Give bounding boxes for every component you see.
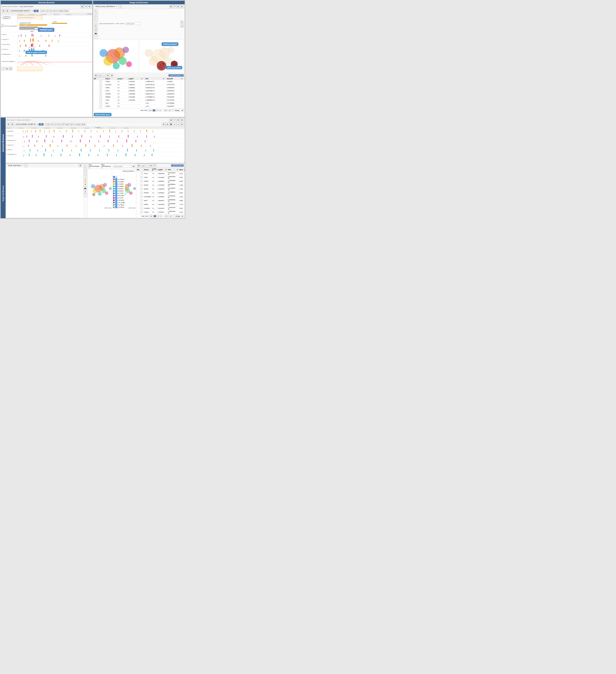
bottom-nav-m1[interactable]: -1: [54, 123, 57, 125]
pointer-icon[interactable]: ↖: [94, 9, 97, 13]
bottom-sc-settings[interactable]: ⚙: [79, 164, 82, 167]
b-page-first[interactable]: ⊢◄: [148, 215, 153, 217]
b-page-171[interactable]: 171: [164, 215, 169, 217]
camera-icon[interactable]: 📷: [94, 31, 97, 35]
cluster-c2-check[interactable]: [115, 181, 117, 183]
table-icon3[interactable]: ↕: [102, 74, 105, 77]
settings-icon[interactable]: ⚙: [88, 5, 91, 8]
cluster-c5-check[interactable]: [115, 188, 117, 190]
zoom-out-icon[interactable]: −: [94, 20, 97, 24]
bottom-go-arrow[interactable]: ►: [132, 164, 135, 168]
bottom-tbl-icon3[interactable]: ↕: [145, 164, 148, 167]
bottom-grid-icon[interactable]: ⊞: [169, 118, 173, 122]
sc-bar-icon[interactable]: 📊: [180, 24, 184, 27]
bottom-settings-icon[interactable]: ⚙: [177, 118, 180, 122]
page-last[interactable]: ►⊣: [168, 109, 173, 111]
compare-button[interactable]: scMultiCompare ∨: [169, 74, 184, 77]
table-row[interactable]: NLRP3 C1 1.6390045 1.3134867e-28 1.165: [136, 187, 185, 191]
table-row[interactable]: MIR938 C1 1.5531828 4.7345998e-21 0.9544…: [93, 95, 185, 99]
pan-icon[interactable]: ✋: [94, 24, 97, 27]
sc-grid-icon[interactable]: ⊞: [169, 5, 173, 8]
bottom-sc-dots[interactable]: ⋯: [84, 194, 87, 197]
add-tab-icon[interactable]: +: [118, 5, 122, 8]
table-icon2[interactable]: 📊: [98, 74, 101, 77]
menu2-icon[interactable]: ☰: [9, 67, 12, 71]
bottom-close-coord[interactable]: ✕: [37, 123, 38, 125]
nav-end[interactable]: ►⊣: [53, 10, 58, 12]
cluster-c10-check[interactable]: [115, 199, 117, 201]
bottom-sc-hand[interactable]: ✋: [84, 179, 87, 182]
bottom-nav-m2[interactable]: -2: [50, 123, 53, 125]
bottom-redo-icon[interactable]: ↪: [177, 123, 180, 126]
bottom-nav-start[interactable]: ⊢◄: [45, 123, 50, 125]
bottom-compare-btn[interactable]: scMultiCompare: [171, 164, 184, 166]
per-page-select[interactable]: 20/page 50/page 100/page: [173, 109, 184, 112]
sc-tab-close[interactable]: ✕: [115, 6, 117, 7]
zoom-in-icon[interactable]: +: [94, 17, 97, 20]
bottom-nav-zout[interactable]: ◄◄|: [75, 123, 81, 125]
table-row[interactable]: KYNU C1 1.5825202 1.3657289e-21 0.589738…: [93, 89, 185, 92]
bottom-nav-ff[interactable]: ►►: [65, 123, 70, 125]
sc-search-input[interactable]: [125, 22, 140, 25]
bottom-eye-icon[interactable]: 👁: [7, 123, 10, 126]
nav-zoomout[interactable]: ◄◄|: [58, 10, 64, 12]
table-row[interactable]: SPIDR C1 1.3787886 6.6829964e-29 1.394: [136, 183, 185, 187]
b-page-last[interactable]: ►⊣: [169, 215, 174, 217]
cluster-c11-check[interactable]: [115, 202, 117, 204]
table-icon5[interactable]: ⊕: [110, 74, 113, 77]
table-icon4[interactable]: ⇄: [106, 74, 109, 77]
table-row[interactable]: VSTM1 C1 -e-19 0.42066797: [93, 105, 185, 108]
bottom-menu-icon[interactable]: ☰: [180, 118, 184, 122]
refresh-icon[interactable]: ↺: [94, 28, 97, 31]
cluster-all-check[interactable]: [113, 176, 115, 178]
table-row[interactable]: RAB31 C1 1.4947938 5.9653865e-26 1.143: [136, 203, 185, 207]
menu-icon[interactable]: ☰: [6, 9, 9, 12]
cluster-c9-check[interactable]: [115, 197, 117, 199]
page-first[interactable]: ⊢◄: [148, 109, 152, 111]
bottom-sc-pointer[interactable]: ↖: [84, 164, 87, 167]
table-row[interactable]: THADA C1 1.3351827 2.7895154e-23 1.034: [136, 210, 185, 214]
table-row[interactable]: THADA C1 1.2351027 2.789514e-23 1.024007: [93, 80, 185, 83]
bottom-sc-refresh[interactable]: ↺: [84, 183, 87, 186]
table-row[interactable]: PPARG C1 1.5454581 1.3134867e-27 0.691: [136, 191, 185, 195]
bottom-tbl-icon1[interactable]: ⊞: [137, 164, 140, 167]
bottom-nav-p1[interactable]: +1: [57, 123, 61, 125]
cluster-c8-check[interactable]: [115, 195, 117, 197]
bottom-tbl-icon2[interactable]: 📊: [141, 164, 144, 167]
dots-icon[interactable]: ⋯: [94, 35, 97, 38]
bottom-img-icon[interactable]: 🖼: [169, 123, 173, 126]
bottom-coord-input[interactable]: [15, 123, 36, 126]
b-per-page-select[interactable]: 20/page 50/page: [174, 215, 184, 218]
table-row[interactable]: SLC24A4 C1 1.2883121 6.4375218e-23 0.797…: [93, 83, 185, 86]
bottom-tbl-icon4[interactable]: ⊕: [149, 164, 152, 167]
page-3[interactable]: 3: [159, 109, 162, 111]
coord-input[interactable]: [10, 10, 31, 12]
bottom-go-btn[interactable]: GO: [38, 123, 43, 125]
sc-shield-icon[interactable]: 🛡: [173, 5, 176, 8]
bottom-sc-box-sel[interactable]: ⬚: [84, 168, 87, 171]
nav-zoomin[interactable]: |►►: [64, 10, 69, 12]
nav-plus1[interactable]: +1: [49, 10, 53, 12]
table-row[interactable]: NCF2 C1 1.6826672 5.9653865e-26 0.968: [136, 199, 185, 203]
shield-icon[interactable]: 🛡: [84, 5, 88, 8]
bottom-layout-icon[interactable]: ⊟: [166, 123, 169, 126]
page-1[interactable]: 1: [152, 109, 155, 111]
bottom-nav-p2[interactable]: +2: [61, 123, 65, 125]
table-row[interactable]: C15orf54 C1 2.2541341 7.2497613e-25 0.53…: [136, 207, 185, 210]
bottom-table-scroll[interactable]: MR feature group ▾ Log2FC F FDR F Mean: [136, 168, 185, 214]
add-track-icon[interactable]: +: [1, 67, 5, 71]
table-row[interactable]: STRPA C1 1.3900931 7.4683566e-30 0.895: [136, 180, 185, 183]
sc-info-icon[interactable]: ℹ: [180, 20, 184, 24]
table-row[interactable]: VCAN C1 1.8892455 3.4518419e-32 0.791: [136, 172, 185, 176]
bottom-sc-zoom-in2[interactable]: +: [84, 172, 87, 175]
bottom-nav-end[interactable]: ►⊣: [70, 123, 75, 125]
sc-list-icon[interactable]: ☰: [180, 5, 184, 8]
sc-settings-icon[interactable]: ⚙: [177, 5, 180, 8]
table-icon1[interactable]: ⊞: [94, 74, 97, 77]
bottom-list-icon[interactable]: ☰: [180, 123, 184, 126]
b-page-3[interactable]: 3: [160, 215, 162, 217]
bottom-menu2-icon[interactable]: ☰: [11, 123, 14, 126]
bottom-tbl-icon5[interactable]: ✕: [153, 164, 157, 167]
b-page-1[interactable]: 1: [153, 215, 156, 217]
page-171[interactable]: 171: [164, 109, 168, 111]
